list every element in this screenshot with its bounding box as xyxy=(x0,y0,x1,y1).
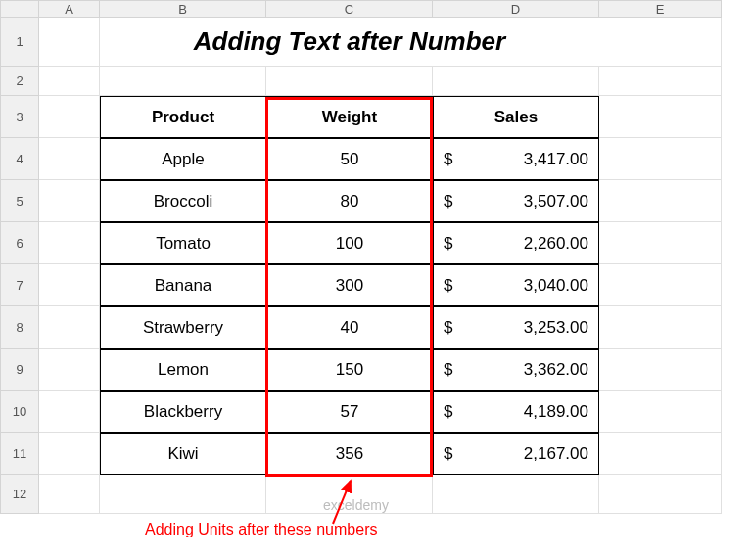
product-cell[interactable]: Broccoli xyxy=(100,180,266,222)
select-all-corner[interactable] xyxy=(0,0,39,18)
sales-value: 2,167.00 xyxy=(524,444,588,464)
row-header-3[interactable]: 3 xyxy=(0,96,39,138)
cell[interactable] xyxy=(39,222,100,264)
annotation-text: Adding Units after these numbers xyxy=(145,521,377,538)
sales-value: 4,189.00 xyxy=(524,402,588,422)
cell[interactable] xyxy=(39,264,100,306)
cell[interactable] xyxy=(39,96,100,138)
product-cell[interactable]: Lemon xyxy=(100,349,266,391)
col-header-a[interactable]: A xyxy=(39,0,100,18)
sales-value: 3,507.00 xyxy=(524,192,588,211)
sales-cell[interactable]: $2,260.00 xyxy=(433,222,599,264)
product-cell[interactable]: Apple xyxy=(100,138,266,180)
currency-symbol: $ xyxy=(444,234,452,254)
weight-cell[interactable]: 80 xyxy=(266,180,433,222)
cell[interactable] xyxy=(39,67,100,96)
cell[interactable] xyxy=(39,475,100,514)
cell[interactable] xyxy=(100,67,266,96)
cell[interactable] xyxy=(599,306,722,349)
product-cell[interactable]: Blackberry xyxy=(100,391,266,433)
row-header-9[interactable]: 9 xyxy=(0,349,39,391)
col-header-e[interactable]: E xyxy=(599,0,722,18)
col-header-b[interactable]: B xyxy=(100,0,266,18)
row-header-4[interactable]: 4 xyxy=(0,138,39,180)
cell[interactable] xyxy=(266,67,433,96)
cell[interactable] xyxy=(39,180,100,222)
cell[interactable] xyxy=(599,138,722,180)
cell[interactable] xyxy=(599,96,722,138)
cell[interactable] xyxy=(599,475,722,514)
col-header-c[interactable]: C xyxy=(266,0,433,18)
cell[interactable] xyxy=(100,475,266,514)
sales-value: 3,253.00 xyxy=(524,318,588,338)
cell[interactable] xyxy=(39,306,100,349)
cell[interactable] xyxy=(599,180,722,222)
sales-cell[interactable]: $4,189.00 xyxy=(433,391,599,433)
weight-cell[interactable]: 57 xyxy=(266,391,433,433)
product-cell[interactable]: Tomato xyxy=(100,222,266,264)
row-header-1[interactable]: 1 xyxy=(0,18,39,67)
weight-cell[interactable]: 100 xyxy=(266,222,433,264)
col-header-d[interactable]: D xyxy=(433,0,599,18)
cell[interactable] xyxy=(599,264,722,306)
currency-symbol: $ xyxy=(444,150,452,169)
row-header-8[interactable]: 8 xyxy=(0,306,39,349)
cell[interactable] xyxy=(599,349,722,391)
weight-cell[interactable]: 50 xyxy=(266,138,433,180)
cell[interactable] xyxy=(599,67,722,96)
sales-value: 3,362.00 xyxy=(524,360,588,380)
sales-cell[interactable]: $2,167.00 xyxy=(433,433,599,475)
row-header-12[interactable]: 12 xyxy=(0,475,39,514)
cell[interactable] xyxy=(433,67,599,96)
sales-cell[interactable]: $3,362.00 xyxy=(433,349,599,391)
header-sales[interactable]: Sales xyxy=(433,96,599,138)
sales-cell[interactable]: $3,507.00 xyxy=(433,180,599,222)
row-header-10[interactable]: 10 xyxy=(0,391,39,433)
sales-cell[interactable]: $3,417.00 xyxy=(433,138,599,180)
cell[interactable] xyxy=(39,138,100,180)
sales-value: 2,260.00 xyxy=(524,234,588,254)
cell[interactable] xyxy=(266,475,433,514)
weight-cell[interactable]: 150 xyxy=(266,349,433,391)
product-cell[interactable]: Strawberry xyxy=(100,306,266,349)
row-header-11[interactable]: 11 xyxy=(0,433,39,475)
currency-symbol: $ xyxy=(444,318,452,338)
header-weight[interactable]: Weight xyxy=(266,96,433,138)
product-cell[interactable]: Kiwi xyxy=(100,433,266,475)
cell[interactable] xyxy=(599,391,722,433)
weight-cell[interactable]: 300 xyxy=(266,264,433,306)
cell[interactable] xyxy=(599,433,722,475)
row-header-6[interactable]: 6 xyxy=(0,222,39,264)
cell[interactable] xyxy=(39,349,100,391)
currency-symbol: $ xyxy=(444,360,452,380)
title-cell[interactable]: Adding Text after Number xyxy=(100,18,599,67)
weight-cell[interactable]: 40 xyxy=(266,306,433,349)
sales-value: 3,417.00 xyxy=(524,150,588,169)
cell[interactable] xyxy=(599,222,722,264)
sales-value: 3,040.00 xyxy=(524,276,588,296)
header-product[interactable]: Product xyxy=(100,96,266,138)
currency-symbol: $ xyxy=(444,276,452,296)
cell[interactable] xyxy=(39,391,100,433)
spreadsheet-grid: A B C D E 1 2 3 4 5 6 7 8 9 10 11 12 Add… xyxy=(0,0,722,514)
cell[interactable] xyxy=(39,18,100,67)
row-header-5[interactable]: 5 xyxy=(0,180,39,222)
sales-cell[interactable]: $3,253.00 xyxy=(433,306,599,349)
cell[interactable] xyxy=(433,475,599,514)
currency-symbol: $ xyxy=(444,402,452,422)
row-header-7[interactable]: 7 xyxy=(0,264,39,306)
cell[interactable] xyxy=(39,433,100,475)
currency-symbol: $ xyxy=(444,192,452,211)
row-header-2[interactable]: 2 xyxy=(0,67,39,96)
cell[interactable] xyxy=(599,18,722,67)
sales-cell[interactable]: $3,040.00 xyxy=(433,264,599,306)
weight-cell[interactable]: 356 xyxy=(266,433,433,475)
product-cell[interactable]: Banana xyxy=(100,264,266,306)
currency-symbol: $ xyxy=(444,444,452,464)
